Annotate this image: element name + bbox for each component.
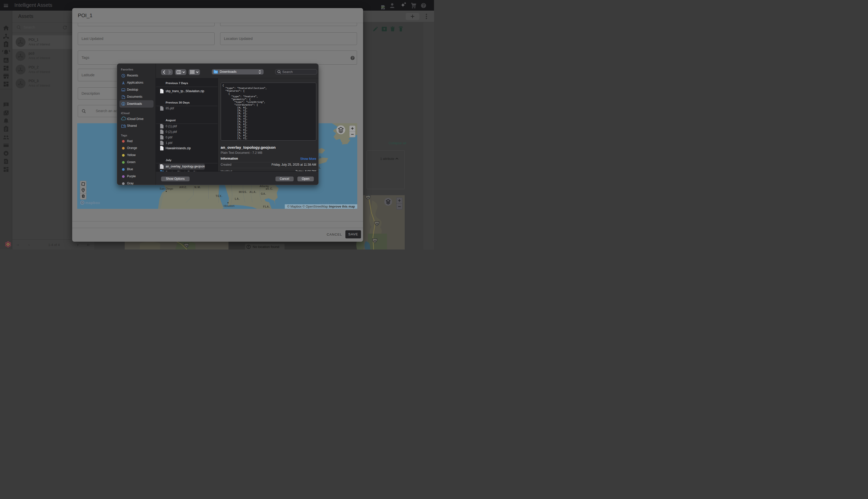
svg-text:MISS.: MISS. [239, 191, 247, 193]
svg-text:GA.: GA. [261, 192, 266, 195]
svg-text:© Mapbox © OpenStreetMap Impro: © Mapbox © OpenStreetMap Improve this ma… [287, 205, 355, 208]
svg-text:Houston: Houston [224, 204, 235, 207]
svg-text:20: 20 [375, 222, 378, 225]
svg-text:N.M.: N.M. [195, 186, 201, 188]
svg-text:mapbox: mapbox [85, 201, 100, 205]
svg-text:26: 26 [185, 244, 188, 247]
svg-text:TEX.: TEX. [215, 194, 222, 197]
svg-text:20: 20 [367, 196, 369, 199]
svg-text:LA.: LA. [235, 197, 240, 200]
svg-text:FLA.: FLA. [263, 205, 270, 208]
svg-text:San Diego: San Diego [160, 187, 173, 190]
svg-text:ARIZ.: ARIZ. [179, 186, 187, 188]
svg-text:ALA.: ALA. [249, 191, 257, 193]
svg-text:20: 20 [373, 240, 376, 242]
